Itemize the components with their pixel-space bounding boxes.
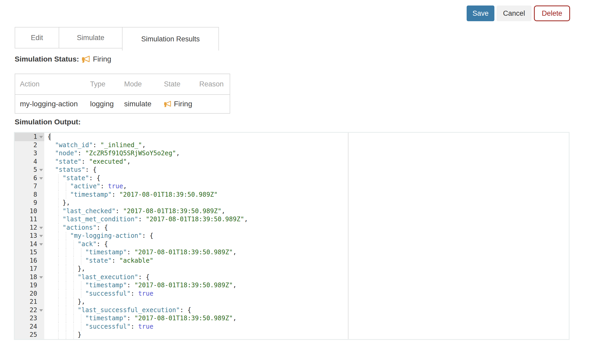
tab-simulation-results[interactable]: Simulation Results — [122, 27, 219, 51]
gutter-line: 10 — [15, 207, 44, 216]
code-line[interactable]: "timestamp": "2017-08-01T18:39:50.989Z", — [47, 248, 569, 257]
code-line[interactable]: "successful": true — [47, 290, 569, 298]
gutter-line: 11 — [15, 215, 44, 224]
cell-reason — [195, 95, 230, 113]
code-line[interactable]: "timestamp": "2017-08-01T18:39:50.989Z" — [47, 191, 569, 199]
simulation-status: Simulation Status: Firing — [15, 55, 111, 63]
cell-type: logging — [85, 95, 119, 113]
simulation-output-label: Simulation Output: — [15, 118, 81, 126]
gutter-line: 4 — [15, 158, 44, 166]
gutter-line: 3 — [15, 149, 44, 158]
editor-code[interactable]: { "watch_id": "_inlined_", "node": "ZcZR… — [44, 133, 569, 339]
code-line[interactable]: { — [47, 133, 569, 141]
gutter-line: 21 — [15, 298, 44, 306]
table-row: my-logging-action logging simulate Firin… — [15, 95, 230, 113]
code-line[interactable]: "last_successful_execution": { — [47, 306, 569, 315]
code-line[interactable]: "my-logging-action": { — [47, 232, 569, 240]
gutter-line: 24 — [15, 323, 44, 331]
column-header-reason: Reason — [195, 74, 230, 95]
text-cursor — [50, 133, 51, 141]
gutter-line: 1 — [15, 133, 44, 141]
fold-toggle-icon[interactable] — [39, 309, 43, 312]
simulation-status-value: Firing — [93, 55, 111, 63]
fold-toggle-icon[interactable] — [39, 276, 43, 279]
tab-bar: Edit Simulate Simulation Results — [15, 27, 219, 51]
toolbar: Save Cancel Delete — [467, 5, 570, 21]
column-header-state: State — [159, 74, 195, 95]
gutter-line: 8 — [15, 191, 44, 199]
code-line[interactable]: "successful": true — [47, 323, 569, 331]
code-line[interactable]: "watch_id": "_inlined_", — [47, 141, 569, 150]
code-line[interactable]: "last_execution": { — [47, 273, 569, 282]
code-line[interactable]: "node": "ZcZR5f91Q5SRjWSoY5o2eg", — [47, 149, 569, 158]
gutter-line: 5 — [15, 166, 44, 174]
tab-edit[interactable]: Edit — [15, 27, 59, 48]
fold-toggle-icon[interactable] — [39, 235, 43, 237]
code-line[interactable]: }, — [47, 298, 569, 306]
actions-table: Action Type Mode State Reason my-logging… — [15, 74, 230, 114]
code-line[interactable]: "state": "executed", — [47, 158, 569, 166]
gutter-line: 9 — [15, 199, 44, 207]
state-value: Firing — [174, 100, 192, 108]
code-line[interactable]: "last_checked": "2017-08-01T18:39:50.989… — [47, 207, 569, 216]
code-line[interactable]: "status": { — [47, 166, 569, 174]
code-line[interactable]: }, — [47, 265, 569, 273]
code-line[interactable]: "state": "ackable" — [47, 257, 569, 265]
bullhorn-icon — [82, 55, 91, 63]
simulation-output-editor[interactable]: 1234567891011121314151617181920212223242… — [14, 132, 570, 340]
column-header-type: Type — [85, 74, 119, 95]
fold-toggle-icon[interactable] — [39, 169, 43, 171]
code-line[interactable]: "timestamp": "2017-08-01T18:39:50.989Z", — [47, 281, 569, 290]
gutter-line: 22 — [15, 306, 44, 315]
fold-toggle-icon[interactable] — [39, 243, 43, 246]
column-header-action: Action — [15, 74, 85, 95]
fold-toggle-icon[interactable] — [39, 177, 43, 180]
code-line[interactable]: "state": { — [47, 174, 569, 183]
gutter-line: 6 — [15, 174, 44, 183]
gutter-line: 20 — [15, 290, 44, 298]
code-line[interactable]: }, — [47, 199, 569, 207]
code-line[interactable]: "active": true, — [47, 182, 569, 191]
code-line[interactable]: } — [47, 331, 569, 339]
gutter-line: 16 — [15, 257, 44, 265]
fold-toggle-icon[interactable] — [39, 227, 43, 229]
gutter-line: 17 — [15, 265, 44, 273]
cell-state: Firing — [159, 95, 195, 113]
gutter-line: 14 — [15, 240, 44, 249]
gutter-line: 2 — [15, 141, 44, 150]
gutter-line: 13 — [15, 232, 44, 240]
cancel-button[interactable]: Cancel — [496, 5, 532, 21]
table-header-row: Action Type Mode State Reason — [15, 74, 230, 95]
code-line[interactable]: "ack": { — [47, 240, 569, 249]
save-button[interactable]: Save — [467, 5, 494, 21]
cell-mode: simulate — [119, 95, 159, 113]
column-header-mode: Mode — [119, 74, 159, 95]
fold-toggle-icon[interactable] — [39, 136, 43, 138]
editor-gutter: 1234567891011121314151617181920212223242… — [15, 133, 44, 339]
gutter-line: 23 — [15, 314, 44, 323]
tab-simulate[interactable]: Simulate — [59, 27, 123, 48]
code-line[interactable]: "last_met_condition": "2017-08-01T18:39:… — [47, 215, 569, 224]
code-line[interactable]: "timestamp": "2017-08-01T18:39:50.989Z", — [47, 314, 569, 323]
gutter-line: 19 — [15, 281, 44, 290]
delete-button[interactable]: Delete — [534, 5, 570, 21]
code-line[interactable]: "actions": { — [47, 224, 569, 232]
gutter-line: 25 — [15, 331, 44, 339]
bullhorn-icon — [164, 101, 172, 107]
gutter-line: 15 — [15, 248, 44, 257]
cell-action: my-logging-action — [15, 95, 85, 113]
gutter-line: 7 — [15, 182, 44, 191]
gutter-line: 12 — [15, 224, 44, 232]
simulation-status-label: Simulation Status: — [15, 55, 79, 63]
gutter-line: 18 — [15, 273, 44, 282]
